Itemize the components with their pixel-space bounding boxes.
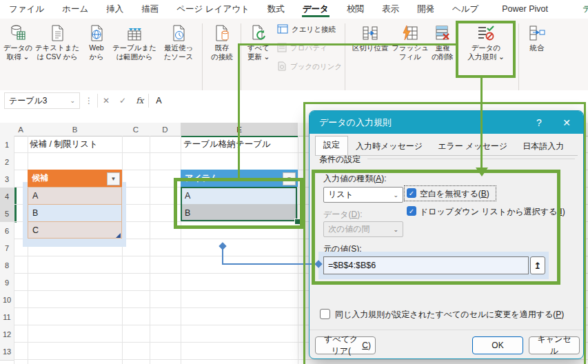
refresh-all-button[interactable]: すべて 更新 ⌄ (243, 21, 274, 84)
annotation-arrowhead (476, 168, 488, 176)
existing-connections-icon (213, 23, 231, 43)
get-data-button[interactable]: データの 取得 ⌄ (3, 21, 33, 84)
name-box-caret-icon[interactable]: ⌄ (70, 97, 75, 104)
from-text-label: テキストまた (35, 43, 79, 52)
get-data-label: データの (3, 43, 33, 52)
from-text-csv-button[interactable]: テキストまた は CSV から (33, 21, 81, 84)
tab-formulas[interactable]: 数式 (258, 1, 294, 18)
table-range-icon (125, 23, 143, 43)
tab-view[interactable]: 表示 (373, 1, 408, 18)
col-header-B[interactable]: B (28, 123, 123, 136)
from-table-label2: は範囲から (116, 52, 152, 61)
recent-label: 最近使っ (164, 43, 193, 52)
table-candidates: 候補 ▼ A B C (28, 170, 122, 239)
tab-home[interactable]: ホーム (53, 1, 97, 18)
from-web-label2: から (89, 52, 104, 61)
row-header-2[interactable]: 2 (0, 153, 14, 171)
tab-table-design[interactable]: テーブル デザイン (574, 1, 588, 18)
existing-connections-button[interactable]: 既存 の接続 (205, 21, 239, 84)
queries-label: クエリと接続 (292, 25, 336, 34)
refresh-icon (250, 23, 267, 43)
consolidate-label: 統合 (530, 43, 545, 52)
database-table-icon (9, 23, 27, 43)
existing-label2: の接続 (211, 52, 233, 61)
flash-fill-label2: フィル (399, 52, 421, 61)
from-web-label: Web (89, 43, 103, 52)
workbook-links-icon (277, 61, 287, 72)
row-header-13[interactable]: 13 (0, 343, 14, 361)
col-header-C[interactable]: C (122, 123, 150, 136)
row-header-7[interactable]: 7 (0, 239, 14, 257)
recent-sources-button[interactable]: 最近使っ たソース (159, 21, 198, 84)
table-resize-handle[interactable] (116, 233, 121, 238)
from-text-label2: は CSV から (37, 52, 78, 61)
row-header-6[interactable]: 6 (0, 222, 14, 240)
annotation-box-dialog-settings (312, 170, 560, 285)
tab-power-pivot[interactable]: Power Pivot (493, 1, 557, 18)
cell-B5[interactable]: B (28, 204, 122, 221)
name-box-splitter-icon[interactable]: ⋮ (80, 96, 97, 105)
cell-B1[interactable]: 候補 / 制限リスト (30, 136, 98, 153)
remove-duplicates-button[interactable]: 重複 の削除 (428, 21, 457, 84)
cancel-entry-icon[interactable]: ✕ (98, 96, 114, 105)
select-all-corner[interactable] (0, 123, 14, 136)
from-table-range-button[interactable]: テーブルまた は範囲から (110, 21, 159, 84)
ribbon-tab-bar: ファイル ホーム 挿入 描画 ページ レイアウト 数式 データ 校閲 表示 開発… (0, 0, 588, 19)
row-header-3[interactable]: 3 (0, 170, 14, 188)
annotation-line-horizontal (239, 43, 456, 46)
from-table-label: テーブルまた (112, 43, 156, 52)
get-data-label2: 取得 ⌄ (7, 52, 30, 61)
from-web-button[interactable]: Web から (83, 21, 110, 84)
recent-label2: たソース (164, 52, 194, 61)
tab-data[interactable]: データ (294, 1, 338, 18)
ribbon-divider (518, 23, 519, 91)
insert-function-icon[interactable]: fx (131, 96, 148, 105)
row-header-10[interactable]: 10 (0, 291, 14, 309)
annotation-arrow-shaft (480, 78, 483, 168)
tab-page-layout[interactable]: ページ レイアウト (168, 1, 258, 18)
ribbon-divider (345, 23, 345, 91)
tab-help[interactable]: ヘルプ (443, 1, 487, 18)
col-header-A[interactable]: A (14, 123, 28, 136)
workbook-links-button: ブックのリンク (277, 61, 342, 72)
remove-duplicates-label2: の削除 (432, 52, 454, 61)
row-header-9[interactable]: 9 (0, 274, 14, 292)
tab-developer[interactable]: 開発 (408, 1, 443, 18)
flash-fill-icon (401, 23, 419, 43)
text-to-columns-icon (361, 23, 379, 43)
text-to-columns-button[interactable]: 区切り位置 (349, 21, 392, 84)
existing-label: 既存 (215, 43, 230, 52)
consolidate-icon (528, 23, 546, 43)
remove-duplicates-icon (434, 23, 452, 43)
tab-draw[interactable]: 描画 (132, 1, 168, 18)
cell-B6[interactable]: C (28, 221, 122, 239)
excel-window: ファイル ホーム 挿入 描画 ページ レイアウト 数式 データ 校閲 表示 開発… (0, 0, 588, 364)
queries-connections-button[interactable]: クエリと接続 (277, 24, 336, 35)
row-header-11[interactable]: 11 (0, 308, 14, 326)
formula-bar-value[interactable]: A (149, 96, 161, 105)
filter-dropdown-icon[interactable]: ▼ (107, 172, 120, 185)
row-header-8[interactable]: 8 (0, 256, 14, 274)
row-header-12[interactable]: 12 (0, 325, 14, 343)
ribbon-divider (202, 23, 203, 91)
name-box-value: テーブル3 (9, 95, 48, 107)
annotation-box-ribbon-button (456, 21, 516, 78)
tab-review[interactable]: 校閲 (338, 1, 373, 18)
flash-fill-button[interactable]: フラッシュ フィル (393, 21, 427, 84)
annotation-line-vertical (238, 43, 240, 179)
tab-insert[interactable]: 挿入 (97, 1, 132, 18)
annotation-box-table-selection (174, 178, 303, 229)
cell-B4[interactable]: A (28, 187, 122, 204)
row-header-1[interactable]: 1 (0, 136, 14, 154)
cell-E1[interactable]: テーブル格納テーブル (183, 136, 271, 153)
confirm-entry-icon[interactable]: ✓ (114, 96, 131, 105)
recent-clock-icon (170, 23, 187, 43)
table-candidates-header[interactable]: 候補 ▼ (28, 170, 122, 187)
name-box[interactable]: テーブル3 ⌄ (4, 92, 80, 109)
tab-file[interactable]: ファイル (0, 1, 53, 18)
ribbon-divider (241, 23, 241, 91)
web-globe-icon (88, 23, 105, 43)
col-header-D[interactable]: D (150, 123, 181, 136)
text-file-icon (48, 23, 66, 43)
consolidate-button[interactable]: 統合 (522, 21, 552, 84)
